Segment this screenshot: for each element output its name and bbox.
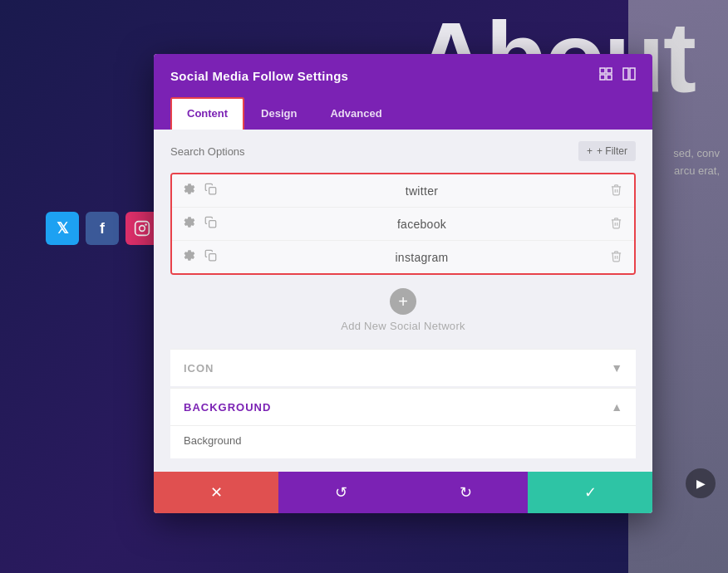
copy-icon[interactable] bbox=[204, 216, 217, 232]
tab-content[interactable]: Content bbox=[170, 97, 244, 130]
network-name-twitter: twitter bbox=[234, 184, 610, 198]
search-input[interactable] bbox=[170, 145, 578, 158]
search-bar: + + Filter bbox=[170, 141, 636, 161]
svg-rect-7 bbox=[623, 68, 628, 80]
filter-button[interactable]: + + Filter bbox=[578, 141, 636, 161]
svg-rect-6 bbox=[607, 75, 612, 80]
delete-icon[interactable] bbox=[610, 250, 622, 265]
row-action-icons bbox=[184, 183, 234, 198]
settings-icon[interactable] bbox=[184, 249, 196, 265]
accordion-background-title: Background bbox=[184, 401, 271, 414]
row-action-icons bbox=[184, 249, 234, 265]
facebook-preview-icon: f bbox=[86, 212, 119, 245]
twitter-preview-icon: 𝕏 bbox=[46, 212, 79, 245]
modal-header-actions bbox=[599, 67, 636, 84]
save-button[interactable]: ✓ bbox=[528, 472, 652, 513]
delete-icon[interactable] bbox=[610, 217, 622, 232]
settings-icon[interactable] bbox=[184, 183, 196, 198]
nav-next-arrow[interactable]: ▶ bbox=[686, 468, 716, 498]
svg-rect-3 bbox=[600, 68, 605, 73]
svg-point-2 bbox=[145, 223, 147, 226]
accordion-icon-header[interactable]: Icon ▼ bbox=[170, 349, 636, 386]
accordion-background-header[interactable]: Background ▲ bbox=[170, 388, 636, 425]
accordion-icon: Icon ▼ bbox=[170, 349, 636, 386]
social-icons-preview: 𝕏 f bbox=[46, 212, 159, 245]
modal-title: Social Media Follow Settings bbox=[170, 69, 348, 83]
table-row: facebook bbox=[172, 208, 634, 241]
modal-tabs: Content Design Advanced bbox=[154, 97, 652, 130]
expand-icon[interactable] bbox=[599, 67, 612, 84]
copy-icon[interactable] bbox=[204, 183, 217, 198]
add-new-button[interactable]: + bbox=[390, 288, 416, 315]
accordion-background: Background ▲ Background bbox=[170, 388, 636, 458]
table-row: instagram bbox=[172, 241, 634, 273]
row-action-icons bbox=[184, 216, 234, 232]
accordion-chevron-up-icon: ▲ bbox=[611, 400, 622, 414]
network-name-facebook: facebook bbox=[234, 218, 610, 231]
modal-body: + + Filter bbox=[154, 130, 652, 472]
tab-advanced[interactable]: Advanced bbox=[313, 97, 398, 130]
add-new-label: Add New Social Network bbox=[341, 320, 465, 332]
background-content-label: Background bbox=[184, 434, 241, 447]
undo-button[interactable]: ↺ bbox=[278, 472, 403, 513]
accordion-background-content: Background bbox=[170, 425, 636, 458]
svg-rect-5 bbox=[600, 75, 605, 80]
svg-rect-8 bbox=[630, 68, 635, 80]
svg-rect-9 bbox=[209, 188, 216, 194]
tab-design[interactable]: Design bbox=[244, 97, 313, 130]
delete-icon[interactable] bbox=[610, 184, 622, 198]
filter-icon: + bbox=[587, 145, 593, 157]
accordion-chevron-down-icon: ▼ bbox=[611, 361, 622, 375]
svg-rect-0 bbox=[135, 222, 150, 236]
settings-modal: Social Media Follow Settings Content Des… bbox=[154, 54, 652, 513]
svg-rect-4 bbox=[607, 68, 612, 73]
svg-rect-11 bbox=[209, 254, 216, 261]
redo-button[interactable]: ↻ bbox=[403, 472, 528, 513]
svg-rect-10 bbox=[209, 221, 216, 228]
modal-footer: ✕ ↺ ↻ ✓ bbox=[154, 472, 652, 513]
add-new-section: + Add New Social Network bbox=[170, 288, 636, 332]
modal-header: Social Media Follow Settings bbox=[154, 54, 652, 97]
svg-point-1 bbox=[140, 226, 145, 232]
accordion-icon-title: Icon bbox=[184, 362, 214, 375]
network-list: twitter bbox=[170, 173, 636, 275]
columns-icon[interactable] bbox=[622, 67, 636, 84]
search-input-wrap bbox=[170, 144, 578, 159]
network-name-instagram: instagram bbox=[234, 251, 610, 264]
settings-icon[interactable] bbox=[184, 216, 196, 232]
cancel-button[interactable]: ✕ bbox=[154, 472, 278, 513]
table-row: twitter bbox=[172, 174, 634, 208]
copy-icon[interactable] bbox=[204, 249, 217, 265]
